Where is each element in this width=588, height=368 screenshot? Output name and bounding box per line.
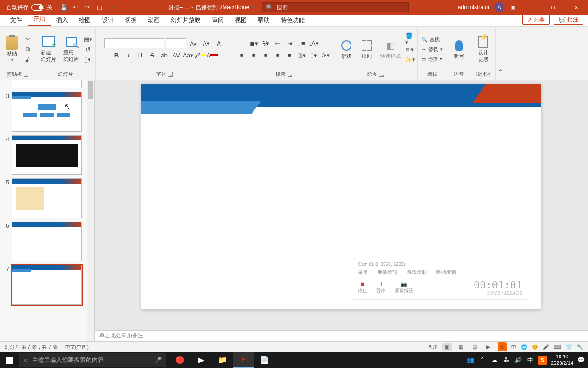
taskbar-powerpoint[interactable]: P [233,352,254,368]
thumbnail-6[interactable] [12,222,82,261]
font-launcher[interactable] [168,72,173,77]
section-icon[interactable]: ▯▾ [83,55,92,63]
taskbar-app-2[interactable]: ▶ [191,352,211,368]
taskbar-app-1[interactable]: 🔴 [170,352,190,368]
paragraph-launcher[interactable] [288,72,292,77]
underline-button[interactable]: U [135,50,146,60]
increase-font-icon[interactable]: A▴ [188,38,199,48]
cut-icon[interactable]: ✂ [23,35,32,43]
tab-design[interactable]: 设计 [96,14,119,26]
align-left-icon[interactable]: ≡ [237,50,248,60]
volume-icon[interactable]: 🔊 [514,356,522,364]
numbering-icon[interactable]: ⅟▾ [260,38,271,48]
share-button[interactable]: ↗ 共享 [522,14,550,25]
shadow-button[interactable]: ab [159,50,170,60]
indent-inc-icon[interactable]: ⇥ [284,38,295,48]
font-size-combo[interactable] [166,38,186,48]
close-button[interactable]: ✕ [567,0,585,15]
undo-icon[interactable]: ↶ [72,4,79,11]
format-painter-icon[interactable]: 🖌 [23,55,32,63]
slideshow-view-icon[interactable]: ▶ [484,343,493,351]
qat-more-icon[interactable]: ▾ [108,4,116,11]
tab-home[interactable]: 开始 [28,13,51,26]
char-spacing-button[interactable]: AV [171,50,182,60]
system-clock[interactable]: 10:10 2020/2/14 [551,354,573,366]
taskbar-explorer[interactable]: 📁 [212,352,232,368]
slide-canvas[interactable]: Cam (0, 0, 2560, 1600) 菜单 屏幕录制 游戏录制 自动录制… [141,84,541,309]
ime-icon-5[interactable]: 👕 [566,344,572,350]
select-button[interactable]: ▭ 选择 ▾ [420,55,443,63]
text-direction-icon[interactable]: ↕A▾ [308,38,319,48]
rec-pause-button[interactable]: ⏸暂停 [376,282,385,294]
thumbnail-7[interactable] [12,265,82,305]
dictate-button[interactable]: 听写 [450,38,468,61]
reading-view-icon[interactable]: ▤ [470,343,479,351]
font-color-button[interactable]: A [207,50,218,60]
replace-button[interactable]: ↔ 替换 ▾ [420,46,444,53]
shape-effects-icon[interactable]: ✨▾ [405,55,414,63]
slideshow-start-icon[interactable]: ▢ [96,4,103,11]
notes-toggle[interactable]: ≡ 备注 [424,344,438,351]
copy-icon[interactable]: ⧉ [23,45,32,53]
rec-tab-game[interactable]: 游戏录制 [407,269,427,276]
ribbon-display-icon[interactable]: ▣ [509,4,516,11]
user-name[interactable]: administrator [458,4,490,11]
collapse-ribbon-icon[interactable]: ⌃ [496,27,505,80]
tab-review[interactable]: 审阅 [206,14,229,26]
tray-chevron-icon[interactable]: ˄ [478,356,486,364]
windows-search[interactable]: ○ 在这里输入你要搜索的内容 🎤 [19,353,166,367]
clear-format-icon[interactable]: A̷ [214,38,225,48]
people-icon[interactable]: 👥 [466,356,475,364]
smartart-icon[interactable]: ⟳▾ [320,50,331,60]
ime-icon-6[interactable]: 🔧 [577,344,583,350]
language-status[interactable]: 中文(中国) [65,344,89,351]
shapes-button[interactable]: 形状 [337,38,356,61]
tab-file[interactable]: 文件 [5,14,28,26]
sogou-tray-icon[interactable]: S [538,356,547,365]
thumbnail-3[interactable] [12,92,82,132]
redo-icon[interactable]: ↷ [84,4,91,11]
tab-help[interactable]: 帮助 [252,14,275,26]
ime-icon-1[interactable]: 🌐 [521,344,527,350]
search-box[interactable]: 🔍 [262,2,409,12]
ime-icon-4[interactable]: ⌨ [554,344,561,350]
justify-icon[interactable]: ≡ [272,50,283,60]
thumbnail-scrollbar[interactable] [87,80,94,341]
sogou-ime-icon[interactable]: S [498,342,507,351]
mic-icon[interactable]: 🎤 [154,356,162,363]
change-case-button[interactable]: Aa▾ [183,50,194,60]
decrease-font-icon[interactable]: A▾ [201,38,212,48]
slide-counter[interactable]: 幻灯片 第 7 张，共 7 张 [5,344,58,351]
paste-button[interactable]: 粘贴▾ [3,35,21,63]
italic-button[interactable]: I [123,50,134,60]
highlight-button[interactable]: 🖍 [195,50,206,60]
ime-icon-3[interactable]: 🎤 [543,344,549,350]
arrange-button[interactable]: 排列 [357,38,376,61]
ime-icon-2[interactable]: 😊 [532,344,538,350]
maximize-button[interactable]: ☐ [544,0,562,15]
action-center-icon[interactable]: 💬 [577,356,585,364]
tab-animation[interactable]: 动画 [142,14,165,26]
reset-icon[interactable]: ↺ [83,45,92,53]
save-icon[interactable]: 💾 [60,4,67,11]
start-button[interactable] [0,352,19,368]
thumbnail-5[interactable] [12,178,82,218]
align-center-icon[interactable]: ≡ [249,50,260,60]
align-right-icon[interactable]: ≡ [260,50,271,60]
align-text-icon[interactable]: ▯▾ [308,50,319,60]
tab-special[interactable]: 特色功能 [275,14,310,26]
bullets-icon[interactable]: ≣▾ [249,38,260,48]
tab-slideshow[interactable]: 幻灯片放映 [165,14,206,26]
find-button[interactable]: 🔍 查找 [420,36,441,44]
font-family-combo[interactable] [104,38,164,48]
autosave-toggle[interactable]: 自动保存 关 [4,3,55,12]
minimize-button[interactable]: — [521,0,539,15]
layout-icon[interactable]: ▦▾ [83,35,92,43]
tab-transition[interactable]: 切换 [119,14,142,26]
shape-outline-icon[interactable]: ✏▾ [405,45,414,53]
columns-icon[interactable]: ▥▾ [296,50,307,60]
bold-button[interactable]: B [111,50,122,60]
rec-tab-auto[interactable]: 自动录制 [436,269,456,276]
distribute-icon[interactable]: ≡ [284,50,295,60]
rec-capture-button[interactable]: 📷屏幕捕获 [395,282,413,294]
